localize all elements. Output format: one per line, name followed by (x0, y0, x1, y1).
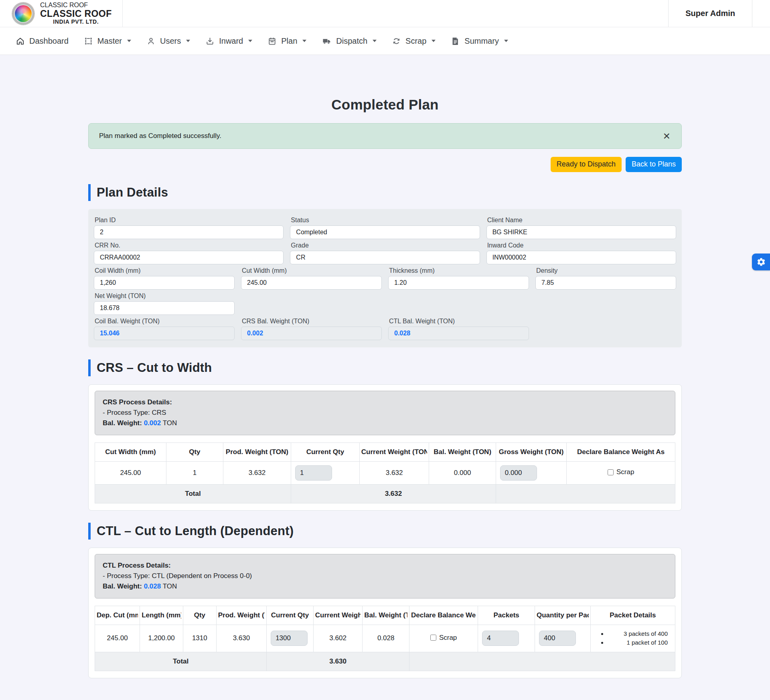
nav-item-master[interactable]: Master (77, 32, 138, 50)
inward-code-label: Inward Code (487, 242, 675, 249)
chevron-down-icon (127, 40, 131, 42)
section-accent-bar (88, 523, 91, 540)
brand-subtitle: INDIA PVT. LTD. (40, 19, 112, 25)
crs-bal-weight-value: 0.002 (241, 327, 382, 340)
density-label: Density (536, 267, 675, 274)
recycle-icon (392, 37, 401, 46)
ctl-total-label: Total (95, 652, 267, 671)
nav-item-summary[interactable]: Summary (444, 32, 515, 50)
ctl-table-total-row: Total 3.630 (95, 652, 675, 671)
nav-item-plan[interactable]: Plan (261, 32, 313, 50)
plan-details-panel: Plan ID Status Client Name CRR No. (88, 209, 682, 347)
ctl-scrap-checkbox[interactable] (430, 635, 436, 641)
page-title: Completed Plan (88, 97, 682, 113)
plan-details-heading: Plan Details (88, 184, 682, 201)
brand-line1: CLASSIC ROOF (40, 2, 112, 9)
inward-code-field[interactable] (486, 251, 676, 264)
plan-id-label: Plan ID (95, 217, 283, 224)
settings-gear-button[interactable] (752, 254, 770, 270)
packet-details-item: 3 packets of 400 (608, 629, 668, 639)
alert-close-icon[interactable]: × (662, 132, 671, 140)
success-alert: Plan marked as Completed successfully. × (88, 123, 682, 149)
nav-item-inward[interactable]: Inward (199, 32, 259, 50)
ctl-section-heading: CTL – Cut to Length (Dependent) (88, 523, 682, 540)
crr-no-field[interactable] (94, 251, 284, 264)
crs-table-row: 245.00 1 3.632 3.632 0.000 Scrap (95, 461, 675, 484)
net-weight-label: Net Weight (TON) (95, 292, 234, 300)
gear-icon (756, 257, 766, 267)
ctl-packet-details-cell: 3 packets of 400 1 packet of 100 (590, 625, 675, 652)
user-menu[interactable]: Super Admin (668, 0, 752, 27)
ctl-bal-label: Bal. Weight: (103, 582, 142, 590)
ctl-bal-weight-value: 0.028 (388, 327, 529, 340)
crs-scrap-label: Scrap (616, 468, 634, 476)
ctl-length-cell: 1,200.00 (140, 625, 183, 652)
ctl-current-qty-input[interactable] (271, 631, 308, 646)
nav-item-scrap[interactable]: Scrap (385, 32, 442, 50)
col-current-qty: Current Qty (267, 606, 314, 625)
nav-item-dispatch[interactable]: Dispatch (315, 32, 383, 50)
chevron-down-icon (432, 40, 436, 42)
cut-width-label: Cut Width (mm) (242, 267, 381, 274)
ctl-process-type: - Process Type: CTL (Dependent on Proces… (103, 571, 667, 581)
thickness-field[interactable] (388, 276, 529, 290)
crs-prod-weight-cell: 3.632 (223, 461, 291, 484)
topbar-spacer (123, 0, 669, 27)
ctl-scrap-label: Scrap (439, 634, 457, 642)
crs-table-header-row: Cut Width (mm) Qty Prod. Weight (TON) Cu… (95, 442, 675, 461)
cut-width-field[interactable] (241, 276, 382, 290)
grade-field[interactable] (290, 251, 480, 264)
coil-bal-weight-label: Coil Bal. Weight (TON) (95, 318, 234, 325)
crs-cut-width-cell: 245.00 (95, 461, 166, 484)
ctl-table: Dep. Cut (mm) Length (mm) Qty Prod. Weig… (95, 606, 675, 671)
net-weight-field[interactable] (94, 301, 235, 315)
col-current-weight: Current Weight (TON) (313, 606, 363, 625)
crs-total-current-weight: 3.632 (291, 484, 496, 503)
ctl-current-weight-cell: 3.602 (313, 625, 363, 652)
crs-process-heading: CRS Process Details: (103, 398, 172, 406)
crs-scrap-checkbox[interactable] (608, 469, 614, 475)
nav-label: Plan (281, 37, 297, 46)
coil-width-field[interactable] (94, 276, 235, 290)
ready-to-dispatch-button[interactable]: Ready to Dispatch (551, 157, 622, 172)
chevron-down-icon (186, 40, 190, 42)
plan-details-title: Plan Details (97, 184, 168, 201)
ctl-total-current-weight: 3.630 (267, 652, 409, 671)
status-field[interactable] (290, 225, 480, 239)
plan-icon (267, 37, 277, 46)
crs-process-details: CRS Process Details: - Process Type: CRS… (95, 391, 675, 435)
crs-gross-weight-input[interactable] (500, 465, 537, 481)
brand-logo[interactable]: CLASSIC ROOF CLASSIC ROOF CLASSIC ROOF I… (0, 0, 123, 27)
ctl-packets-input[interactable] (482, 631, 519, 646)
truck-icon (322, 37, 332, 46)
client-name-field[interactable] (486, 225, 676, 239)
main-content: Completed Plan Plan marked as Completed … (0, 97, 770, 678)
plan-id-field[interactable] (94, 225, 284, 239)
nav-item-users[interactable]: Users (140, 32, 197, 50)
back-to-plans-button[interactable]: Back to Plans (626, 157, 682, 172)
crs-current-qty-input[interactable] (295, 465, 332, 481)
coil-width-label: Coil Width (mm) (95, 267, 234, 274)
nav-label: Master (97, 37, 122, 46)
crs-card: CRS Process Details: - Process Type: CRS… (88, 384, 682, 511)
col-bal-weight: Bal. Weight (TON) (363, 606, 409, 625)
ctl-bal-unit: TON (163, 582, 177, 590)
crs-bal-value: 0.002 (144, 419, 161, 427)
ctl-total-empty (409, 652, 675, 671)
crs-bal-weight-cell: 0.000 (429, 461, 496, 484)
col-packets: Packets (478, 606, 535, 625)
nav-label: Inward (219, 37, 243, 46)
col-qty: Qty (166, 442, 223, 461)
crs-section-heading: CRS – Cut to Width (88, 359, 682, 376)
action-button-row: Ready to Dispatch Back to Plans (88, 157, 682, 172)
crs-total-empty (496, 484, 675, 503)
nav-label: Scrap (405, 37, 426, 46)
density-field[interactable] (535, 276, 676, 290)
col-prod-weight: Prod. Weight (TON) (216, 606, 266, 625)
brand-text: CLASSIC ROOF CLASSIC ROOF CLASSIC ROOF I… (40, 2, 112, 25)
crs-bal-unit: TON (163, 419, 177, 427)
crs-section-title: CRS – Cut to Width (97, 359, 212, 376)
nav-item-dashboard[interactable]: Dashboard (9, 32, 75, 50)
ctl-qty-per-packet-input[interactable] (539, 631, 576, 646)
nav-label: Users (160, 37, 181, 46)
